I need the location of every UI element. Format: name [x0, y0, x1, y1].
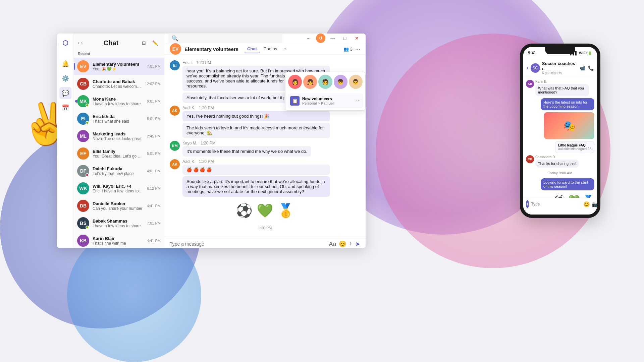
- phone-video-icon[interactable]: 📹: [580, 65, 585, 71]
- participant-avatar-5: 👨: [349, 75, 363, 89]
- chat-item-info: Elementary volunteersYou: 🎉💚⚡: [93, 62, 144, 71]
- chat-item-name: Daichi Fukuda: [93, 166, 144, 171]
- chat-list-header: ‹ › Chat ⊟ ✏️: [74, 34, 164, 50]
- phone-file-card[interactable]: Little league FAQ aaitsidelittleleague12…: [555, 141, 594, 153]
- phone-message-input[interactable]: [531, 202, 581, 206]
- chat-list-item[interactable]: WKWill, Kayo, Eric, +4Eric: I have a few…: [74, 180, 164, 197]
- chat-item-info: Eric IshidaThat's what she said: [93, 114, 144, 124]
- chat-item-name: Mona Kane: [93, 97, 144, 102]
- phone-avatar-1: KB: [526, 80, 534, 88]
- phone-file-title: Little league FAQ: [558, 143, 591, 147]
- chat-list-item[interactable]: CBCharlotte and BabakCharlotte: Let us w…: [74, 75, 164, 93]
- phone-messages-area: KB Karin B. What was that FAQ that you m…: [523, 77, 597, 198]
- participants-avatars-row: 👩 👧 🧑 👦 👨: [285, 72, 365, 92]
- volunteers-card-title: New volunteers: [302, 97, 354, 101]
- chat-icon[interactable]: 💬: [59, 87, 71, 99]
- chat-list-item[interactable]: MLMarketing leadsNova: The deck looks gr…: [74, 127, 164, 145]
- search-icon: 🔍: [172, 35, 178, 42]
- send-button[interactable]: ➤: [355, 240, 360, 248]
- phone-reaction-medal: 🥇: [583, 194, 594, 198]
- nav-back[interactable]: ‹: [78, 40, 79, 46]
- phone-back-button[interactable]: ‹: [527, 64, 529, 71]
- more-options-button[interactable]: ···: [355, 46, 360, 53]
- phone-msg-2: Here's the latest on info for the upcomi…: [526, 98, 594, 110]
- participants-icon: 👥: [343, 47, 349, 52]
- time-badge: 1:20 PM: [170, 225, 360, 231]
- message-input[interactable]: [170, 241, 325, 247]
- phone-msg-2-content: Here's the latest on info for the upcomi…: [541, 98, 594, 110]
- reaction-heart: 💚: [257, 203, 273, 219]
- calendar-icon[interactable]: 📅: [59, 102, 71, 114]
- phone-bubble-1: What was that FAQ that you mentioned?: [535, 84, 589, 96]
- chat-item-name: Babak Shammas: [93, 219, 144, 224]
- new-chat-button[interactable]: ✏️: [151, 38, 160, 48]
- phone-add-button[interactable]: +: [526, 200, 529, 208]
- participant-avatar-1: 👩: [288, 75, 302, 89]
- emoji-reactions-bar: ⚽ 💚 🥇: [170, 199, 360, 222]
- maximize-button[interactable]: □: [340, 34, 350, 43]
- chat-items-list: EVElementary volunteersYou: 🎉💚⚡7:01 PMCB…: [74, 58, 164, 248]
- emoji-button[interactable]: 😊: [339, 240, 346, 248]
- nav-arrows: ‹ ›: [78, 40, 83, 46]
- phone-msg-5-content: Cassandra D. Thanks for sharing this!: [535, 155, 579, 168]
- chat-list-item[interactable]: DFDaichi FukudaLet's try that new place4…: [74, 162, 164, 180]
- tab-chat[interactable]: Chat: [245, 45, 260, 53]
- msg-header-4: Aadi K. 1:20 PM: [182, 159, 330, 164]
- activity-icon[interactable]: 🔔: [59, 58, 71, 70]
- new-volunteers-card[interactable]: 📋 New volunteers Personal > KadjBell ···: [287, 94, 363, 108]
- main-topbar: 🔍 ··· U — □ ✕: [164, 34, 366, 43]
- chat-tabs: Chat Photos +: [245, 45, 289, 53]
- search-bar[interactable]: 🔍: [168, 34, 282, 43]
- chat-item-preview: Can you share your number: [93, 206, 144, 211]
- chat-item-time: 9:01 PM: [147, 99, 161, 103]
- minimize-button[interactable]: —: [328, 34, 337, 43]
- bg-decoration-4: [67, 228, 201, 362]
- chat-list-item[interactable]: BSBabak ShammasI have a few ideas to sha…: [74, 215, 164, 232]
- chat-list-item[interactable]: EIEric IshidaThat's what she said5:01 PM: [74, 110, 164, 127]
- chat-item-name: Danielle Booker: [93, 201, 144, 206]
- chat-item-preview: I have a few ideas to share: [93, 102, 144, 106]
- participants-button[interactable]: 👥 3: [343, 47, 353, 52]
- tab-add[interactable]: +: [281, 45, 289, 53]
- tab-photos[interactable]: Photos: [261, 45, 280, 53]
- phone-chat-header: ‹ SC Soccer coaches › 6 participants 📹 📞: [523, 59, 597, 77]
- phone-camera-button[interactable]: 📷: [592, 201, 599, 207]
- chat-list-title: Chat: [104, 39, 118, 47]
- msg-avatar-2: AK: [170, 106, 180, 116]
- chat-item-time: 6:12 PM: [147, 186, 161, 190]
- chat-list-item[interactable]: DBDanielle BookerCan you share your numb…: [74, 197, 164, 215]
- phone-bubble-6: Looking forward to the start of this sea…: [541, 178, 594, 190]
- chat-item-avatar: DB: [77, 200, 89, 212]
- chat-main-area: 🔍 ··· U — □ ✕ EV Elementary volunteers C…: [164, 34, 366, 248]
- chat-list-item[interactable]: EVElementary volunteersYou: 🎉💚⚡7:01 PM: [74, 58, 164, 75]
- nav-forward[interactable]: ›: [81, 40, 83, 46]
- msg-bubble-4b: Sounds like a plan. It's important to en…: [182, 176, 330, 197]
- msg-bubble-3: It's moments like these that remind me w…: [182, 146, 311, 157]
- teams-logo-icon[interactable]: ⬡: [59, 37, 71, 49]
- search-input[interactable]: [180, 36, 279, 41]
- user-avatar-icon[interactable]: U: [316, 34, 325, 43]
- filter-button[interactable]: ⊟: [139, 38, 149, 48]
- msg-group-4: Aadi K. 1:20 PM 🍎 🍎 🍎 🍎 Sounds like a pl…: [182, 159, 330, 197]
- status-dot: [86, 104, 89, 107]
- status-dot: [86, 173, 89, 177]
- group-avatar: EV: [170, 43, 181, 55]
- chat-item-time: 12:02 PM: [145, 82, 161, 86]
- volunteers-card-icon: 📋: [290, 96, 300, 106]
- chat-list-item[interactable]: MKMona KaneI have a few ideas to share9:…: [74, 93, 164, 110]
- phone-bubble-2: Here's the latest on info for the upcomi…: [541, 98, 594, 110]
- app-sidebar: ⬡ 🔔 ⚙️ 💬 📅: [57, 34, 74, 248]
- format-button[interactable]: Aa: [329, 241, 336, 248]
- chat-item-avatar: MK: [77, 95, 89, 107]
- input-actions: Aa 😊 + ➤: [329, 240, 360, 248]
- attach-button[interactable]: +: [349, 241, 353, 248]
- teams-icon[interactable]: ⚙️: [59, 72, 71, 84]
- close-button[interactable]: ✕: [352, 34, 362, 43]
- phone-call-icon[interactable]: 📞: [588, 65, 594, 71]
- more-options-icon[interactable]: ···: [304, 34, 313, 43]
- phone-emoji-button[interactable]: 😊: [583, 201, 590, 207]
- volunteers-card-more[interactable]: ···: [356, 98, 361, 104]
- chat-list-item[interactable]: KBKarin BlairThat's fine with me4:41 PM: [74, 232, 164, 248]
- chat-list-item[interactable]: EFEllis familyYou: Great idea! Let's go …: [74, 145, 164, 162]
- phone-emoji-reactions: ⚽ 💚 🥇: [526, 192, 594, 198]
